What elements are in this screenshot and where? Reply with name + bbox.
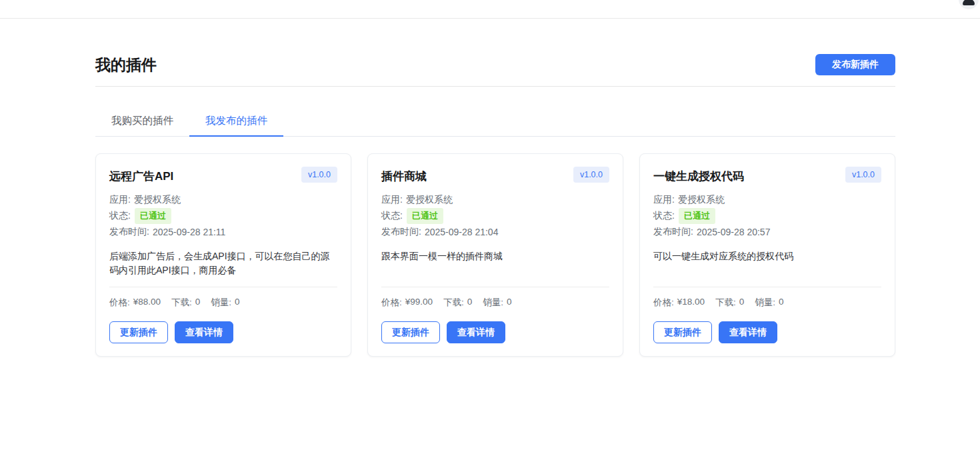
tabs: 我购买的插件 我发布的插件 — [95, 106, 895, 137]
sales-label: 销量: — [211, 297, 231, 309]
plugin-actions: 更新插件 查看详情 — [381, 321, 609, 343]
downloads-label: 下载: — [443, 297, 464, 309]
plugin-stats: 价格: ¥88.00 下载: 0 销量: 0 — [109, 297, 337, 309]
plugin-status-line: 状态: 已通过 — [109, 208, 337, 224]
user-avatar[interactable] — [959, 0, 979, 9]
plugin-card: 远程广告API v1.0.0 应用: 爱授权系统 状态: 已通过 发布时间: 2… — [95, 153, 351, 357]
plugin-card: 一键生成授权代码 v1.0.0 应用: 爱授权系统 状态: 已通过 发布时间: … — [639, 153, 895, 357]
plugin-status-line: 状态: 已通过 — [381, 208, 609, 224]
tab-published-plugins[interactable]: 我发布的插件 — [189, 106, 283, 137]
update-plugin-button[interactable]: 更新插件 — [381, 321, 440, 343]
plugin-name: 远程广告API — [109, 167, 173, 184]
plugin-meta: 应用: 爱授权系统 状态: 已通过 发布时间: 2025-09-28 21:11 — [109, 192, 337, 240]
header-divider — [95, 86, 895, 87]
plugin-card: 插件商城 v1.0.0 应用: 爱授权系统 状态: 已通过 发布时间: 2025… — [367, 153, 623, 357]
price-stat: 价格: ¥18.00 — [653, 297, 705, 309]
card-divider — [109, 287, 337, 287]
plugin-meta: 应用: 爱授权系统 状态: 已通过 发布时间: 2025-09-28 20:57 — [653, 192, 881, 240]
downloads-stat: 下载: 0 — [443, 297, 472, 309]
status-label: 状态: — [653, 210, 675, 222]
app-label: 应用: — [381, 194, 403, 206]
card-divider — [381, 287, 609, 287]
status-label: 状态: — [109, 210, 131, 222]
plugin-card-grid: 远程广告API v1.0.0 应用: 爱授权系统 状态: 已通过 发布时间: 2… — [95, 153, 895, 357]
plugin-stats: 价格: ¥99.00 下载: 0 销量: 0 — [381, 297, 609, 309]
publish-time-label: 发布时间: — [653, 226, 693, 238]
downloads-stat: 下载: 0 — [171, 297, 200, 309]
downloads-value: 0 — [195, 297, 201, 309]
plugin-actions: 更新插件 查看详情 — [653, 321, 881, 343]
plugin-stats: 价格: ¥18.00 下载: 0 销量: 0 — [653, 297, 881, 309]
plugin-publish-time-line: 发布时间: 2025-09-28 21:11 — [109, 224, 337, 240]
sales-label: 销量: — [755, 297, 775, 309]
downloads-value: 0 — [739, 297, 745, 309]
app-value: 爱授权系统 — [678, 194, 725, 206]
plugin-description: 可以一键生成对应系统的授权代码 — [653, 249, 881, 280]
page-header: 我的插件 发布新插件 — [95, 54, 895, 75]
price-stat: 价格: ¥99.00 — [381, 297, 433, 309]
main-content: 我的插件 发布新插件 我购买的插件 我发布的插件 远程广告API v1.0.0 … — [95, 54, 895, 357]
publish-time-value: 2025-09-28 21:04 — [425, 227, 499, 237]
view-detail-button[interactable]: 查看详情 — [447, 321, 505, 343]
sales-value: 0 — [235, 297, 240, 309]
downloads-label: 下载: — [171, 297, 192, 309]
update-plugin-button[interactable]: 更新插件 — [109, 321, 168, 343]
version-badge: v1.0.0 — [301, 167, 337, 183]
downloads-value: 0 — [467, 297, 473, 309]
sales-value: 0 — [779, 297, 784, 309]
plugin-publish-time-line: 发布时间: 2025-09-28 20:57 — [653, 224, 881, 240]
downloads-label: 下载: — [715, 297, 736, 309]
plugin-app-line: 应用: 爱授权系统 — [381, 192, 609, 208]
card-divider — [653, 287, 881, 287]
publish-time-label: 发布时间: — [381, 226, 421, 238]
plugin-app-line: 应用: 爱授权系统 — [653, 192, 881, 208]
app-label: 应用: — [653, 194, 675, 206]
plugin-meta: 应用: 爱授权系统 状态: 已通过 发布时间: 2025-09-28 21:04 — [381, 192, 609, 240]
tab-purchased-plugins[interactable]: 我购买的插件 — [95, 106, 189, 137]
app-value: 爱授权系统 — [406, 194, 453, 206]
publish-time-value: 2025-09-28 21:11 — [153, 227, 226, 237]
status-badge: 已通过 — [679, 208, 715, 224]
app-value: 爱授权系统 — [134, 194, 181, 206]
app-label: 应用: — [109, 194, 131, 206]
plugin-card-header: 一键生成授权代码 v1.0.0 — [653, 167, 881, 184]
version-badge: v1.0.0 — [845, 167, 881, 183]
plugin-card-header: 远程广告API v1.0.0 — [109, 167, 337, 184]
plugin-status-line: 状态: 已通过 — [653, 208, 881, 224]
version-badge: v1.0.0 — [573, 167, 609, 183]
sales-stat: 销量: 0 — [755, 297, 783, 309]
page-title: 我的插件 — [95, 55, 157, 75]
sales-stat: 销量: 0 — [483, 297, 511, 309]
plugin-description: 后端添加广告后，会生成API接口，可以在您自己的源码内引用此API接口，商用必备 — [109, 249, 337, 280]
status-label: 状态: — [381, 210, 403, 222]
user-avatar-icon — [963, 0, 975, 5]
plugin-publish-time-line: 发布时间: 2025-09-28 21:04 — [381, 224, 609, 240]
price-label: 价格: — [653, 297, 674, 309]
topbar — [0, 0, 980, 19]
price-value: ¥88.00 — [133, 297, 161, 309]
view-detail-button[interactable]: 查看详情 — [175, 321, 233, 343]
publish-time-label: 发布时间: — [109, 226, 149, 238]
sales-stat: 销量: 0 — [211, 297, 239, 309]
sales-label: 销量: — [483, 297, 503, 309]
price-label: 价格: — [381, 297, 402, 309]
price-value: ¥18.00 — [677, 297, 705, 309]
downloads-stat: 下载: 0 — [715, 297, 744, 309]
plugin-name: 插件商城 — [381, 167, 427, 184]
plugin-actions: 更新插件 查看详情 — [109, 321, 337, 343]
price-stat: 价格: ¥88.00 — [109, 297, 161, 309]
view-detail-button[interactable]: 查看详情 — [719, 321, 777, 343]
plugin-description: 跟本界面一模一样的插件商城 — [381, 249, 609, 280]
publish-time-value: 2025-09-28 20:57 — [697, 227, 771, 237]
update-plugin-button[interactable]: 更新插件 — [653, 321, 712, 343]
sales-value: 0 — [507, 297, 512, 309]
plugin-name: 一键生成授权代码 — [653, 167, 744, 184]
plugin-app-line: 应用: 爱授权系统 — [109, 192, 337, 208]
price-label: 价格: — [109, 297, 130, 309]
status-badge: 已通过 — [407, 208, 443, 224]
plugin-card-header: 插件商城 v1.0.0 — [381, 167, 609, 184]
publish-plugin-button[interactable]: 发布新插件 — [815, 54, 895, 75]
status-badge: 已通过 — [135, 208, 171, 224]
price-value: ¥99.00 — [405, 297, 433, 309]
